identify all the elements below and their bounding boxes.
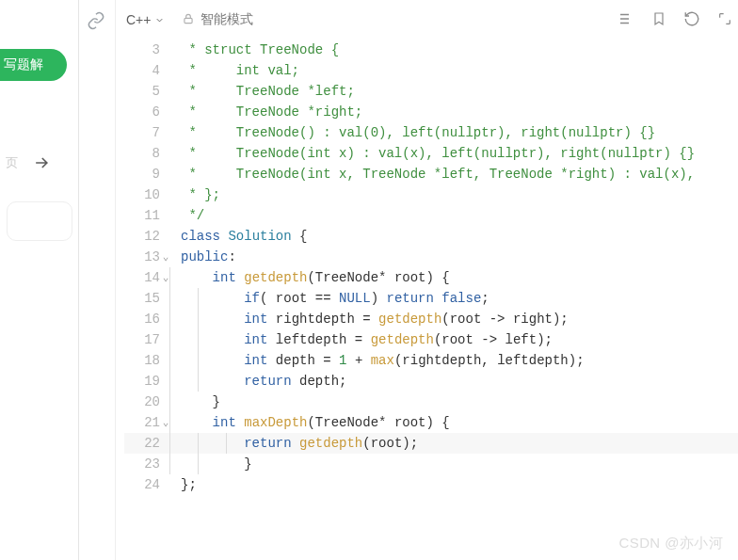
indent-guide: [169, 392, 170, 412]
line-number: 21⌄: [124, 412, 169, 433]
indent-guide: [169, 412, 170, 433]
line-number: 22: [124, 433, 169, 454]
code-line[interactable]: 5 * TreeNode *left;: [124, 81, 738, 102]
code-content[interactable]: * int val;: [169, 60, 738, 81]
code-line[interactable]: 9 * TreeNode(int x, TreeNode *left, Tree…: [124, 164, 738, 184]
line-number: 8: [124, 143, 169, 164]
line-number: 11: [124, 205, 169, 226]
indent-guide: [198, 433, 199, 454]
code-line[interactable]: 21⌄ int maxDepth(TreeNode* root) {: [124, 412, 738, 433]
code-content[interactable]: * TreeNode(int x, TreeNode *left, TreeNo…: [169, 164, 738, 184]
indent-guide: [198, 329, 199, 350]
undo-icon[interactable]: [683, 10, 700, 30]
sidebar-card[interactable]: [7, 201, 72, 241]
code-line[interactable]: 13⌄public:: [124, 247, 738, 267]
line-number: 4: [124, 60, 169, 81]
line-number: 19: [124, 371, 169, 392]
line-number: 7: [124, 122, 169, 143]
indent-guide: [169, 267, 170, 288]
code-line[interactable]: 10 * };: [124, 184, 738, 205]
editor-mode[interactable]: 智能模式: [182, 11, 253, 28]
link-icon[interactable]: [87, 11, 105, 34]
divider: [115, 0, 116, 560]
code-content[interactable]: * TreeNode *right;: [169, 102, 738, 122]
editor-toolbar: C++ 智能模式: [120, 0, 738, 40]
line-number: 18: [124, 350, 169, 371]
code-line[interactable]: 7 * TreeNode() : val(0), left(nullptr), …: [124, 122, 738, 143]
code-content[interactable]: int maxDepth(TreeNode* root) {: [169, 412, 738, 433]
indent-guide: [198, 288, 199, 309]
page-indicator: 页: [6, 154, 18, 171]
line-number: 15: [124, 288, 169, 309]
code-line[interactable]: 12class Solution {: [124, 226, 738, 247]
code-content[interactable]: int getdepth(TreeNode* root) {: [169, 267, 738, 288]
code-content[interactable]: class Solution {: [169, 226, 738, 247]
code-line[interactable]: 11 */: [124, 205, 738, 226]
line-number: 6: [124, 102, 169, 122]
code-content[interactable]: * TreeNode() : val(0), left(nullptr), ri…: [169, 122, 738, 143]
chevron-down-icon: [154, 15, 165, 25]
language-select[interactable]: C++: [126, 12, 165, 27]
line-number: 24: [124, 474, 169, 495]
svg-rect-0: [184, 18, 192, 23]
list-icon[interactable]: [618, 10, 634, 30]
code-line[interactable]: 20 }: [124, 392, 738, 412]
next-arrow-button[interactable]: [25, 147, 57, 179]
code-content[interactable]: if( root == NULL) return false;: [169, 288, 738, 309]
line-number: 17: [124, 329, 169, 350]
bookmark-icon[interactable]: [651, 11, 666, 29]
code-content[interactable]: * TreeNode *left;: [169, 81, 738, 102]
code-line[interactable]: 16 int rightdepth = getdepth(root -> rig…: [124, 309, 738, 329]
indent-guide: [169, 454, 170, 474]
code-content[interactable]: */: [169, 205, 738, 226]
code-editor[interactable]: 3 * struct TreeNode {4 * int val;5 * Tre…: [120, 40, 738, 495]
line-number: 14⌄: [124, 267, 169, 288]
code-content[interactable]: }: [169, 454, 738, 474]
code-content[interactable]: return getdepth(root);: [169, 433, 738, 454]
line-number: 23: [124, 454, 169, 474]
indent-guide: [169, 350, 170, 371]
code-content[interactable]: return depth;: [169, 371, 738, 392]
code-line[interactable]: 23 }: [124, 454, 738, 474]
code-content[interactable]: public:: [169, 247, 738, 267]
indent-guide: [198, 309, 199, 329]
code-content[interactable]: * struct TreeNode {: [169, 40, 738, 60]
indent-guide: [198, 350, 199, 371]
left-sidebar: 写题解 页: [0, 0, 79, 560]
code-line[interactable]: 8 * TreeNode(int x) : val(x), left(nullp…: [124, 143, 738, 164]
lock-icon: [182, 12, 195, 28]
code-content[interactable]: }: [169, 392, 738, 412]
fullscreen-icon[interactable]: [717, 11, 732, 29]
code-line[interactable]: 3 * struct TreeNode {: [124, 40, 738, 60]
indent-guide: [169, 371, 170, 392]
code-line[interactable]: 4 * int val;: [124, 60, 738, 81]
code-line[interactable]: 24};: [124, 474, 738, 495]
indent-guide: [169, 309, 170, 329]
code-content[interactable]: };: [169, 474, 738, 495]
indent-guide: [169, 288, 170, 309]
line-number: 10: [124, 184, 169, 205]
indent-guide: [169, 433, 170, 454]
code-line[interactable]: 22 return getdepth(root);: [124, 433, 738, 454]
code-line[interactable]: 19 return depth;: [124, 371, 738, 392]
code-line[interactable]: 18 int depth = 1 + max(rightdepth, leftd…: [124, 350, 738, 371]
indent-guide: [198, 454, 199, 474]
line-number: 20: [124, 392, 169, 412]
code-content[interactable]: int leftdepth = getdepth(root -> left);: [169, 329, 738, 350]
line-number: 5: [124, 81, 169, 102]
code-content[interactable]: int depth = 1 + max(rightdepth, leftdept…: [169, 350, 738, 371]
write-solution-button[interactable]: 写题解: [0, 49, 67, 81]
watermark: CSDN @亦小河: [619, 535, 724, 552]
code-line[interactable]: 17 int leftdepth = getdepth(root -> left…: [124, 329, 738, 350]
code-content[interactable]: * };: [169, 184, 738, 205]
line-number: 3: [124, 40, 169, 60]
code-content[interactable]: int rightdepth = getdepth(root -> right)…: [169, 309, 738, 329]
line-number: 13⌄: [124, 247, 169, 267]
code-content[interactable]: * TreeNode(int x) : val(x), left(nullptr…: [169, 143, 738, 164]
code-line[interactable]: 14⌄ int getdepth(TreeNode* root) {: [124, 267, 738, 288]
code-line[interactable]: 6 * TreeNode *right;: [124, 102, 738, 122]
code-line[interactable]: 15 if( root == NULL) return false;: [124, 288, 738, 309]
indent-guide: [226, 433, 227, 454]
language-label: C++: [126, 12, 151, 27]
indent-guide: [198, 371, 199, 392]
